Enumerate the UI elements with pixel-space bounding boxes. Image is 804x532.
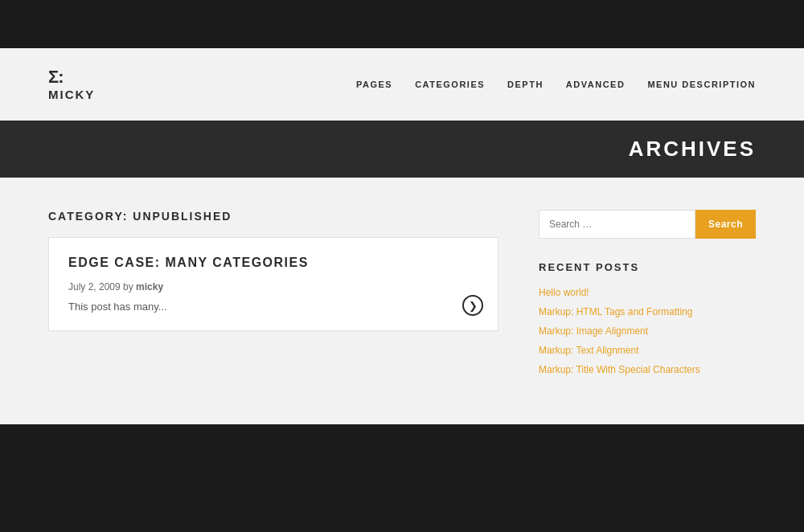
post-author[interactable]: micky xyxy=(136,281,163,293)
archives-title: ARCHIVES xyxy=(629,137,756,161)
post-card: EDGE CASE: MANY CATEGORIES July 2, 2009 … xyxy=(48,237,498,331)
recent-posts-list: Hello world! Markup: HTML Tags and Forma… xyxy=(539,284,756,376)
list-item: Markup: Image Alignment xyxy=(539,323,756,338)
post-meta: July 2, 2009 by micky xyxy=(68,281,478,293)
list-item: Markup: Title With Special Characters xyxy=(539,362,756,376)
list-item: Markup: Text Alignment xyxy=(539,342,756,357)
list-item: Hello world! xyxy=(539,284,756,299)
nav-item-depth[interactable]: DEPTH xyxy=(507,80,544,89)
nav-item-categories[interactable]: CATEGORIES xyxy=(415,80,485,89)
header-wrap: Σ: MICKY PAGES CATEGORIES DEPTH ADVANCED… xyxy=(0,48,804,121)
recent-post-link[interactable]: Hello world! xyxy=(539,287,589,298)
recent-post-link[interactable]: Markup: Title With Special Characters xyxy=(539,364,700,375)
post-read-more-button[interactable]: ❯ xyxy=(462,295,483,316)
top-bar xyxy=(0,0,804,48)
main-nav: PAGES CATEGORIES DEPTH ADVANCED MENU DES… xyxy=(356,80,756,89)
nav-item-advanced[interactable]: ADVANCED xyxy=(566,80,626,89)
search-form: Search xyxy=(539,210,756,239)
nav-item-menu-description[interactable]: MENU DESCRIPTION xyxy=(647,80,756,89)
list-item: Markup: HTML Tags and Formatting xyxy=(539,304,756,318)
post-title: EDGE CASE: MANY CATEGORIES xyxy=(68,256,478,270)
post-date: July 2, 2009 by xyxy=(68,281,136,293)
logo-icon: Σ: xyxy=(48,68,64,86)
logo[interactable]: Σ: MICKY xyxy=(48,68,95,101)
recent-post-link[interactable]: Markup: Text Alignment xyxy=(539,345,639,356)
archives-banner: ARCHIVES xyxy=(0,121,804,178)
post-excerpt: This post has many... xyxy=(68,301,478,313)
recent-post-link[interactable]: Markup: HTML Tags and Formatting xyxy=(539,306,692,317)
bottom-bar xyxy=(0,424,804,473)
sidebar: Search RECENT POSTS Hello world! Markup:… xyxy=(539,210,756,376)
main-area: CATEGORY: UNPUBLISHED EDGE CASE: MANY CA… xyxy=(0,178,804,424)
category-heading: CATEGORY: UNPUBLISHED xyxy=(48,210,498,223)
search-button[interactable]: Search xyxy=(695,210,756,239)
recent-posts-title: RECENT POSTS xyxy=(539,261,756,273)
recent-post-link[interactable]: Markup: Image Alignment xyxy=(539,325,648,337)
nav-item-pages[interactable]: PAGES xyxy=(356,80,392,89)
search-input[interactable] xyxy=(539,210,695,239)
content: CATEGORY: UNPUBLISHED EDGE CASE: MANY CA… xyxy=(48,210,498,331)
header: Σ: MICKY PAGES CATEGORIES DEPTH ADVANCED… xyxy=(48,48,756,121)
main-inner: CATEGORY: UNPUBLISHED EDGE CASE: MANY CA… xyxy=(48,210,756,376)
logo-text: MICKY xyxy=(48,88,95,101)
